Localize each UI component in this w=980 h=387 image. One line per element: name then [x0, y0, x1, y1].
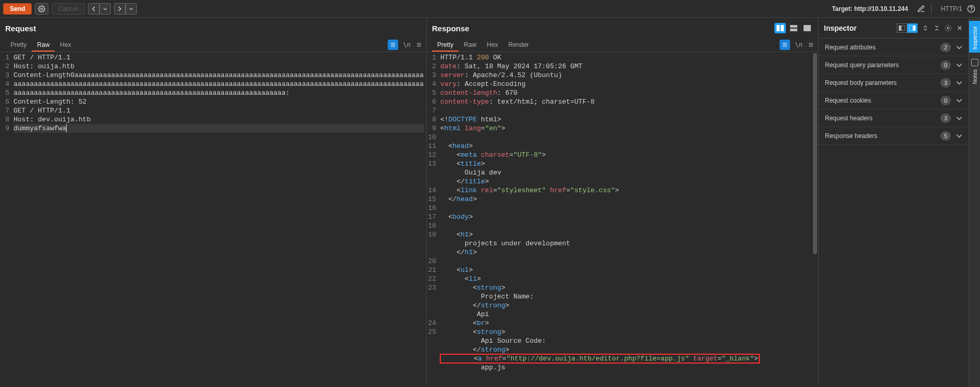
response-line[interactable]: Ouija dev [440, 168, 816, 177]
request-line[interactable]: Host: ouija.htb [14, 62, 424, 71]
inspector-row-label: Response headers [825, 132, 877, 140]
response-line[interactable]: <meta charset="UTF-8"> [440, 151, 816, 159]
scrollbar[interactable] [813, 53, 817, 254]
inspector-row-count: 3 [940, 78, 951, 88]
side-rail-inspector[interactable]: Inspector [969, 21, 981, 53]
layout-rows-button[interactable] [788, 23, 799, 33]
response-line[interactable]: </h1> [440, 248, 816, 257]
response-line[interactable]: <br> [440, 319, 816, 328]
inspector-row[interactable]: Request cookies0 [819, 92, 969, 109]
response-line[interactable]: app.js [440, 363, 816, 372]
response-line[interactable] [440, 221, 816, 230]
layout-single-button[interactable] [801, 23, 813, 33]
response-tab-render[interactable]: Render [503, 39, 534, 52]
response-line[interactable]: <a href="http://dev.ouija.htb/editor.php… [440, 354, 816, 363]
side-rail-notes[interactable]: Notes [969, 56, 981, 88]
request-tab-raw[interactable]: Raw [32, 39, 55, 52]
inspector-row[interactable]: Request query parameters0 [819, 56, 969, 74]
response-line[interactable]: <title> [440, 159, 816, 168]
svg-rect-11 [913, 26, 915, 31]
response-line[interactable]: </strong> [440, 345, 816, 354]
svg-rect-3 [777, 25, 780, 31]
expand-all-icon[interactable] [922, 24, 929, 32]
response-line[interactable]: <h1> [440, 230, 816, 239]
http-version-label[interactable]: HTTP/1 [941, 5, 962, 13]
response-line[interactable]: content-length: 670 [440, 89, 816, 97]
inspector-layout-left[interactable] [897, 23, 907, 33]
view-options-button[interactable] [416, 42, 422, 48]
response-line[interactable]: Project Name: [440, 292, 816, 301]
inspector-layout-right[interactable] [907, 23, 918, 33]
response-line[interactable]: </title> [440, 177, 816, 186]
response-line[interactable]: <li> [440, 274, 816, 283]
response-newline-toggle[interactable]: \n [795, 41, 803, 48]
inspector-settings-icon[interactable] [945, 24, 952, 32]
request-line[interactable]: Content-Length0aaaaaaaaaaaaaaaaaaaaaaaaa… [14, 71, 424, 97]
response-line[interactable]: </head> [440, 195, 816, 204]
request-tab-pretty[interactable]: Pretty [5, 39, 32, 52]
inspector-row-label: Request body parameters [825, 79, 897, 86]
actions-button[interactable] [388, 40, 398, 50]
forward-button[interactable] [114, 3, 125, 15]
inspector-close-icon[interactable] [956, 24, 963, 32]
request-title: Request [5, 24, 36, 33]
svg-rect-8 [899, 26, 901, 31]
settings-button[interactable] [35, 3, 48, 15]
svg-point-2 [971, 10, 972, 11]
back-menu-button[interactable] [99, 3, 111, 15]
response-line[interactable]: date: Sat, 18 May 2024 17:05:26 GMT [440, 62, 816, 71]
response-line[interactable]: </strong> [440, 301, 816, 310]
response-line[interactable] [440, 133, 816, 142]
response-line[interactable]: <!DOCTYPE html> [440, 115, 816, 124]
response-view-options-button[interactable] [808, 42, 814, 48]
response-line[interactable]: <body> [440, 213, 816, 221]
inspector-title: Inspector [824, 24, 857, 32]
response-tab-raw[interactable]: Raw [459, 39, 481, 52]
newline-toggle[interactable]: \n [403, 41, 411, 48]
response-line[interactable]: HTTP/1.1 200 OK [440, 53, 816, 62]
response-line[interactable]: server: Apache/2.4.52 (Ubuntu) [440, 71, 816, 80]
edit-target-button[interactable] [915, 3, 927, 15]
request-line[interactable]: dummyafsawfwa [14, 124, 424, 133]
inspector-row[interactable]: Response headers5 [819, 127, 969, 145]
request-line[interactable]: Host: dev.ouija.htb [14, 115, 424, 124]
inspector-row[interactable]: Request body parameters3 [819, 74, 969, 92]
inspector-row-label: Request query parameters [825, 61, 899, 69]
response-tab-hex[interactable]: Hex [481, 39, 503, 52]
response-line[interactable]: vary: Accept-Encoding [440, 80, 816, 89]
response-line[interactable]: <link rel="stylesheet" href="style.css"> [440, 186, 816, 195]
response-line[interactable] [440, 204, 816, 213]
response-line[interactable]: <head> [440, 142, 816, 151]
request-tab-hex[interactable]: Hex [55, 39, 76, 52]
response-actions-button[interactable] [780, 40, 790, 50]
request-editor[interactable]: 123456789 GET / HTTP/1.1Host: ouija.htbC… [0, 52, 426, 387]
cancel-button[interactable]: Cancel [52, 3, 84, 15]
response-line[interactable] [440, 106, 816, 115]
back-button[interactable] [88, 3, 99, 15]
response-line[interactable]: <strong> [440, 328, 816, 336]
request-line[interactable]: GET / HTTP/1.1 [14, 53, 424, 62]
layout-columns-button[interactable] [774, 23, 786, 33]
help-button[interactable] [965, 3, 977, 15]
response-tab-pretty[interactable]: Pretty [432, 39, 459, 52]
send-button[interactable]: Send [3, 3, 32, 15]
response-line[interactable]: <html lang="en"> [440, 124, 816, 133]
response-line[interactable]: projects under development [440, 239, 816, 248]
response-line[interactable] [440, 257, 816, 266]
response-line[interactable]: Api [440, 310, 816, 319]
inspector-panel: Inspector [819, 18, 969, 387]
response-line[interactable]: <strong> [440, 283, 816, 292]
response-line[interactable]: <ul> [440, 266, 816, 274]
collapse-all-icon[interactable] [933, 24, 940, 32]
response-line[interactable]: content-type: text/html; charset=UTF-8 [440, 97, 816, 106]
request-line[interactable]: Content-Length: 52 [14, 97, 424, 106]
response-panel: Response Pretty Raw Hex Render [427, 18, 819, 387]
forward-menu-button[interactable] [125, 3, 137, 15]
chevron-down-icon [956, 44, 962, 51]
request-line[interactable]: GET / HTTP/1.1 [14, 106, 424, 115]
inspector-row[interactable]: Request attributes2 [819, 39, 969, 56]
inspector-row[interactable]: Request headers3 [819, 109, 969, 127]
response-line[interactable]: Api Source Code: [440, 336, 816, 345]
svg-rect-10 [909, 26, 913, 31]
response-editor[interactable]: 1234567891011121314151617181920212223242… [427, 52, 818, 387]
